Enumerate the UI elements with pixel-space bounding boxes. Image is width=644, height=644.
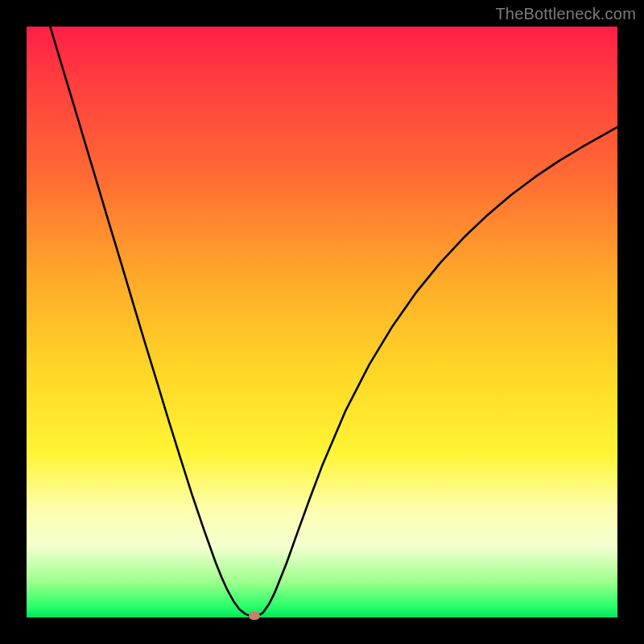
plot-area [27, 27, 617, 617]
watermark-text: TheBottleneck.com [495, 5, 636, 23]
bottleneck-curve [27, 27, 617, 617]
chart-frame: TheBottleneck.com [0, 0, 644, 644]
optimum-marker [249, 612, 260, 620]
